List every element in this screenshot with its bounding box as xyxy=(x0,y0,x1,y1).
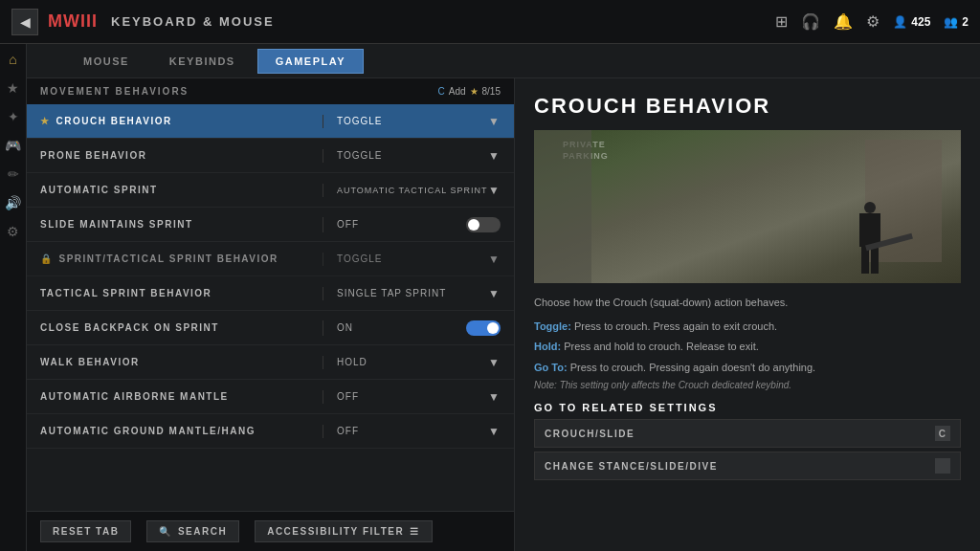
main-layout: ⌂ ★ ✦ 🎮 ✏ 🔊 ⚙ MOUSE KEYBINDS GAMEPLAY MO… xyxy=(0,44,980,551)
xp-icon: 👤 xyxy=(893,15,907,29)
related-item-change-stance[interactable]: CHANGE STANCE/SLIDE/DIVE xyxy=(534,452,961,480)
page-title: KEYBOARD & MOUSE xyxy=(111,14,275,29)
related-item-crouch-slide[interactable]: CROUCH/SLIDE C xyxy=(534,419,961,448)
detail-title: CROUCH BEHAVIOR xyxy=(534,94,961,119)
left-panel: MOVEMENT BEHAVIORS C Add ★ 8/15 ★ CROUCH… xyxy=(27,78,515,551)
sidebar-item-audio[interactable]: 🔊 xyxy=(4,195,23,214)
value-label: ON xyxy=(337,322,353,333)
option-text-toggle: Press to crouch. Press again to exit cro… xyxy=(574,320,777,332)
setting-row-walk-behavior[interactable]: WALK BEHAVIOR HOLD ▼ xyxy=(27,345,514,380)
value-label: OFF xyxy=(337,426,359,436)
setting-value: AUTOMATIC TACTICAL SPRINT ▼ xyxy=(323,184,514,197)
setting-label: PRONE BEHAVIOR xyxy=(40,150,146,161)
lock-icon: 🔒 xyxy=(40,253,54,264)
chevron-down-icon: ▼ xyxy=(488,390,501,404)
setting-value: OFF xyxy=(323,217,514,232)
related-badge xyxy=(935,458,950,474)
reset-tab-button[interactable]: RESET TAB xyxy=(40,520,131,542)
content-area: MOUSE KEYBINDS GAMEPLAY MOVEMENT BEHAVIO… xyxy=(27,44,980,551)
add-count: 8/15 xyxy=(482,86,501,97)
option-text-hold: Press and hold to crouch. Release to exi… xyxy=(564,341,759,352)
setting-name: WALK BEHAVIOR xyxy=(27,357,323,367)
back-button[interactable]: ◀ xyxy=(11,9,38,35)
value-label: SINGLE TAP SPRINT xyxy=(337,288,446,298)
setting-row-ground-mantle[interactable]: AUTOMATIC GROUND MANTLE/HANG OFF ▼ xyxy=(27,414,514,449)
setting-row-prone-behavior[interactable]: PRONE BEHAVIOR TOGGLE ▼ xyxy=(27,139,514,173)
section-header: MOVEMENT BEHAVIORS C Add ★ 8/15 xyxy=(27,78,514,104)
setting-name: 🔒 SPRINT/TACTICAL SPRINT BEHAVIOR xyxy=(27,253,323,264)
section-title: MOVEMENT BEHAVIORS xyxy=(40,86,189,97)
option-label-hold: Hold: xyxy=(534,341,561,352)
setting-value: SINGLE TAP SPRINT ▼ xyxy=(323,287,514,300)
game-logo: MWIII xyxy=(48,11,98,32)
setting-name: AUTOMATIC SPRINT xyxy=(27,185,323,195)
setting-value: HOLD ▼ xyxy=(323,356,514,369)
setting-row-crouch-behavior[interactable]: ★ CROUCH BEHAVIOR TOGGLE ▼ xyxy=(27,104,514,139)
value-label: TOGGLE xyxy=(337,150,383,161)
value-label: OFF xyxy=(337,391,359,402)
value-label: AUTOMATIC TACTICAL SPRINT xyxy=(337,186,488,195)
xp-badge: 👤 425 xyxy=(893,15,930,29)
search-button[interactable]: 🔍 SEARCH xyxy=(146,520,239,542)
topbar: ◀ MWIII KEYBOARD & MOUSE ⊞ 🎧 🔔 ⚙ 👤 425 👥… xyxy=(0,0,980,44)
value-label: OFF xyxy=(337,219,359,230)
sidebar-item-controller[interactable]: 🎮 xyxy=(4,138,23,157)
sidebar-item-edit[interactable]: ✏ xyxy=(4,166,23,186)
panels: MOVEMENT BEHAVIORS C Add ★ 8/15 ★ CROUCH… xyxy=(27,78,980,551)
sidebar-item-settings[interactable]: ⚙ xyxy=(4,224,23,243)
topbar-right: ⊞ 🎧 🔔 ⚙ 👤 425 👥 2 xyxy=(775,12,969,31)
value-label: TOGGLE xyxy=(337,253,383,264)
setting-row-automatic-sprint[interactable]: AUTOMATIC SPRINT AUTOMATIC TACTICAL SPRI… xyxy=(27,173,514,208)
players-icon: 👥 xyxy=(944,15,958,29)
chevron-down-icon: ▼ xyxy=(488,425,501,438)
player-count: 2 xyxy=(962,15,969,29)
setting-value: TOGGLE ▼ xyxy=(323,115,514,128)
setting-label: TACTICAL SPRINT BEHAVIOR xyxy=(40,288,212,298)
setting-name: PRONE BEHAVIOR xyxy=(27,150,323,161)
tab-keybinds[interactable]: KEYBINDS xyxy=(151,49,254,74)
setting-label: AUTOMATIC AIRBORNE MANTLE xyxy=(40,391,229,402)
detail-option-toggle: Toggle: Press to crouch. Press again to … xyxy=(534,319,961,335)
chevron-down-icon: ▼ xyxy=(488,253,501,266)
related-badge: C xyxy=(935,426,950,441)
related-label: CHANGE STANCE/SLIDE/DIVE xyxy=(545,461,718,472)
accessibility-button[interactable]: ACCESSIBILITY FILTER ☰ xyxy=(255,520,432,542)
detail-description: Choose how the Crouch (squat-down) actio… xyxy=(534,295,961,311)
toggle-switch[interactable] xyxy=(466,217,501,232)
sidebar-item-favorites[interactable]: ★ xyxy=(4,80,23,99)
chevron-down-icon: ▼ xyxy=(488,149,501,163)
setting-name: TACTICAL SPRINT BEHAVIOR xyxy=(27,288,323,298)
headset-icon[interactable]: 🎧 xyxy=(801,12,820,31)
add-button[interactable]: C Add ★ 8/15 xyxy=(438,86,501,97)
toggle-switch[interactable] xyxy=(466,320,501,336)
setting-value: OFF ▼ xyxy=(323,425,514,438)
star-icon: ★ xyxy=(40,116,51,126)
game-scene: PRIVATEPARKING xyxy=(534,130,961,283)
filter-icon: ☰ xyxy=(410,526,420,537)
sidebar-item-home[interactable]: ⌂ xyxy=(4,52,23,71)
setting-value: OFF ▼ xyxy=(323,390,514,404)
sidebar-item-network[interactable]: ✦ xyxy=(4,109,23,128)
setting-label: CROUCH BEHAVIOR xyxy=(56,116,172,126)
setting-row-sprint-tactical: 🔒 SPRINT/TACTICAL SPRINT BEHAVIOR TOGGLE… xyxy=(27,242,514,276)
setting-row-airborne-mantle[interactable]: AUTOMATIC AIRBORNE MANTLE OFF ▼ xyxy=(27,380,514,414)
bell-icon[interactable]: 🔔 xyxy=(834,12,853,31)
grid-icon[interactable]: ⊞ xyxy=(775,12,788,31)
value-label: TOGGLE xyxy=(337,116,383,126)
right-panel: CROUCH BEHAVIOR PRIVATEPARKING xyxy=(515,78,980,551)
search-label: SEARCH xyxy=(178,526,227,537)
reset-label: RESET TAB xyxy=(53,526,119,537)
tab-gameplay[interactable]: GAMEPLAY xyxy=(257,49,364,74)
tab-mouse[interactable]: MOUSE xyxy=(65,49,147,74)
search-icon: 🔍 xyxy=(159,526,172,537)
detail-option-goto: Go To: Press to crouch. Pressing again d… xyxy=(534,360,961,376)
sidebar: ⌂ ★ ✦ 🎮 ✏ 🔊 ⚙ xyxy=(0,44,27,551)
xp-count: 425 xyxy=(911,15,930,29)
setting-row-tactical-sprint[interactable]: TACTICAL SPRINT BEHAVIOR SINGLE TAP SPRI… xyxy=(27,276,514,311)
setting-row-close-backpack[interactable]: CLOSE BACKPACK ON SPRINT ON xyxy=(27,311,514,345)
setting-row-slide-maintains-sprint[interactable]: SLIDE MAINTAINS SPRINT OFF xyxy=(27,208,514,242)
setting-name: SLIDE MAINTAINS SPRINT xyxy=(27,219,323,230)
option-text-goto: Press to crouch. Pressing again doesn't … xyxy=(570,362,815,373)
value-label: HOLD xyxy=(337,357,368,367)
settings-icon[interactable]: ⚙ xyxy=(866,12,880,31)
